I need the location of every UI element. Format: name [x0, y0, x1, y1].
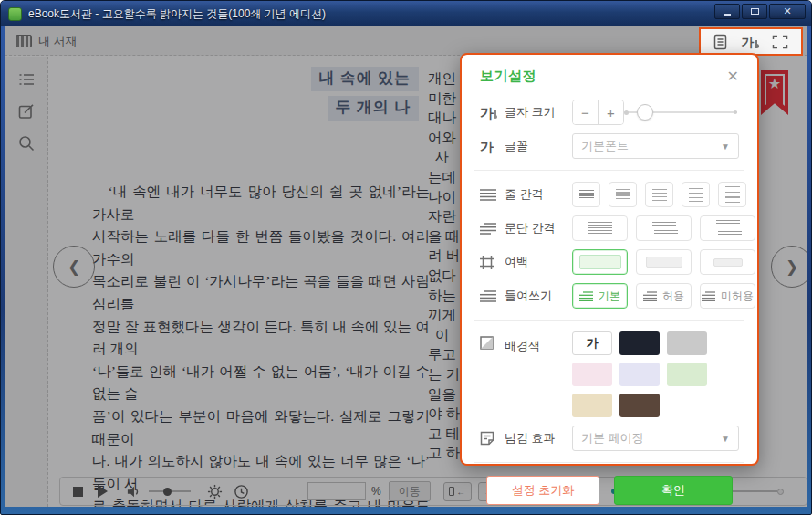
indent-option-label: 미허용 — [721, 289, 754, 304]
paragraph-spacing-icon — [480, 223, 505, 235]
margin-option-medium[interactable] — [636, 249, 692, 275]
slider-knob[interactable] — [637, 104, 653, 121]
title-bar: eBook도서관 - 고요할수록 밝아지는 것들(100쇄 기념 에디션) — [1, 1, 811, 26]
indent-mini-icon — [643, 291, 657, 301]
indent-icon — [480, 290, 505, 302]
font-family-select[interactable]: 기본폰트 ▼ — [572, 133, 739, 159]
panel-title: 보기설정 — [480, 68, 536, 85]
app-window: eBook도서관 - 고요할수록 밝아지는 것들(100쇄 기념 에디션) ✕ … — [0, 0, 812, 515]
margin-label: 여백 — [505, 254, 572, 270]
reset-settings-button[interactable]: 설정 초기화 — [486, 476, 599, 505]
font-family-label: 글꼴 — [505, 138, 572, 154]
indent-label: 들여쓰기 — [505, 288, 572, 304]
margin-option-wide[interactable] — [572, 249, 628, 275]
line-spacing-icon — [480, 189, 505, 201]
font-icon: 가 — [480, 140, 505, 153]
font-size-label: 글자 크기 — [505, 104, 572, 121]
paragraph-spacing-option-small[interactable] — [636, 215, 692, 241]
indent-option-label: 허용 — [662, 289, 684, 304]
indent-option-미허용[interactable]: 미허용 — [700, 283, 755, 309]
line-spacing-option-tightest[interactable] — [572, 182, 600, 207]
window-controls: ✕ — [713, 4, 806, 19]
confirm-button[interactable]: 확인 — [614, 476, 733, 505]
page-effect-row: 넘김 효과 기본 페이징 ▼ — [480, 426, 739, 451]
bg-color-swatch[interactable] — [619, 331, 660, 355]
font-family-row: 가 글꼴 기본폰트 ▼ — [480, 133, 739, 159]
divider — [474, 170, 744, 171]
maximize-button[interactable] — [742, 4, 767, 19]
indent-option-기본[interactable]: 기본 — [572, 283, 628, 309]
paragraph-spacing-option-large[interactable] — [700, 215, 755, 241]
bg-color-swatch[interactable]: 가 — [572, 331, 612, 355]
line-spacing-options — [572, 182, 746, 207]
font-family-value: 기본폰트 — [581, 138, 629, 154]
font-size-decrease-button[interactable]: − — [573, 100, 599, 124]
indent-option-허용[interactable]: 허용 — [636, 283, 692, 309]
margin-options — [572, 249, 755, 275]
chevron-down-icon: ▼ — [721, 434, 730, 444]
close-button[interactable]: ✕ — [769, 4, 806, 19]
font-size-increase-button[interactable]: + — [599, 100, 624, 124]
indent-mini-icon — [702, 291, 715, 301]
minimize-button[interactable] — [714, 4, 740, 19]
background-color-label: 배경색 — [505, 338, 572, 354]
bg-color-swatch[interactable] — [572, 363, 612, 386]
chevron-down-icon: ▼ — [721, 142, 730, 152]
margin-option-narrow[interactable] — [700, 249, 755, 275]
panel-close-icon[interactable]: ✕ — [727, 69, 739, 84]
page-turn-effect-icon — [480, 431, 505, 446]
line-spacing-label: 줄 간격 — [505, 186, 572, 203]
font-size-mini-slider-icon — [755, 40, 757, 48]
background-color-row: 배경색 가 — [480, 331, 739, 417]
line-spacing-option-tight[interactable] — [609, 182, 637, 207]
font-size-stepper: − + — [572, 100, 624, 125]
view-settings-panel: 보기설정 ✕ 가 글자 크기 − + 가 글꼴 — [460, 53, 759, 466]
paragraph-spacing-option-none[interactable] — [572, 215, 628, 241]
indent-row: 들여쓰기 기본허용미허용 — [480, 283, 739, 309]
margin-icon — [480, 256, 505, 269]
slider-min-dot — [624, 110, 629, 115]
bg-color-swatch[interactable] — [572, 394, 612, 417]
bg-color-swatch[interactable] — [667, 363, 707, 386]
slider-max-dot — [734, 110, 737, 114]
background-color-swatches: 가 — [572, 331, 739, 417]
background-color-icon — [480, 336, 505, 350]
line-spacing-option-normal[interactable] — [645, 182, 673, 207]
divider — [474, 320, 744, 321]
app-content: 내 서재 내 속에 있는 두 개의 나 ‘내 속엔 내가 너무도 많아 당신의 … — [5, 26, 807, 507]
line-spacing-row: 줄 간격 — [480, 182, 739, 207]
line-spacing-option-widest[interactable] — [718, 182, 746, 207]
font-size-row: 가 글자 크기 − + — [480, 100, 739, 125]
paragraph-spacing-label: 문단 간격 — [505, 220, 572, 236]
app-icon — [8, 7, 22, 21]
paragraph-spacing-options — [572, 215, 755, 241]
line-spacing-option-wide[interactable] — [682, 182, 710, 207]
indent-mini-icon — [579, 291, 593, 301]
window-title: eBook도서관 - 고요할수록 밝아지는 것들(100쇄 기념 에디션) — [28, 6, 326, 22]
highlighted-toolbar-group: 가 — [699, 27, 803, 56]
font-size-slider[interactable] — [624, 103, 737, 121]
indent-option-label: 기본 — [599, 289, 620, 304]
page-turn-effect-value: 기본 페이징 — [581, 430, 644, 447]
view-settings-icon[interactable] — [713, 34, 727, 50]
page-turn-effect-select[interactable]: 기본 페이징 ▼ — [572, 426, 739, 451]
minimize-icon — [724, 14, 731, 16]
bg-color-swatch[interactable] — [619, 394, 660, 417]
margin-row: 여백 — [480, 249, 739, 275]
page-turn-effect-label: 넘김 효과 — [505, 430, 572, 447]
paragraph-spacing-row: 문단 간격 — [480, 215, 739, 241]
panel-actions: 설정 초기화 확인 — [480, 476, 739, 505]
bg-color-swatch[interactable] — [667, 331, 707, 355]
font-size-icon: 가 — [480, 106, 505, 120]
maximize-icon — [751, 8, 759, 15]
font-settings-icon[interactable]: 가 — [741, 36, 757, 48]
bg-color-swatch[interactable] — [619, 363, 660, 386]
indent-options: 기본허용미허용 — [572, 283, 755, 309]
fullscreen-icon[interactable] — [772, 35, 788, 49]
divider — [474, 462, 744, 463]
